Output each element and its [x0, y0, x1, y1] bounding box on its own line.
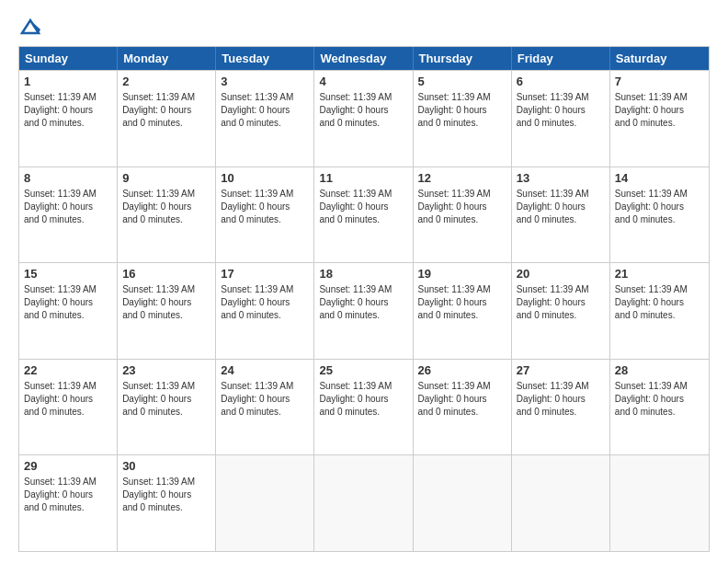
header-monday: Monday — [118, 47, 216, 70]
day-number: 9 — [122, 171, 210, 185]
day-info: Sunset: 11:39 AMDaylight: 0 hoursand 0 m… — [24, 476, 112, 514]
day-number: 23 — [122, 363, 210, 377]
day-number: 7 — [615, 75, 704, 88]
day-info: Sunset: 11:39 AMDaylight: 0 hoursand 0 m… — [122, 380, 210, 419]
table-row: 3Sunset: 11:39 AMDaylight: 0 hoursand 0 … — [216, 71, 314, 167]
day-number: 6 — [517, 75, 605, 88]
day-info: Sunset: 11:39 AMDaylight: 0 hoursand 0 m… — [122, 91, 210, 130]
header — [18, 17, 710, 37]
table-row: 26Sunset: 11:39 AMDaylight: 0 hoursand 0… — [414, 360, 512, 455]
day-number: 14 — [615, 171, 704, 185]
table-row: 2Sunset: 11:39 AMDaylight: 0 hoursand 0 … — [118, 71, 216, 167]
svg-marker-1 — [30, 20, 40, 33]
day-info: Sunset: 11:39 AMDaylight: 0 hoursand 0 m… — [24, 283, 112, 322]
table-row: 27Sunset: 11:39 AMDaylight: 0 hoursand 0… — [512, 360, 610, 455]
calendar-header-row: Sunday Monday Tuesday Wednesday Thursday… — [19, 47, 709, 70]
day-info: Sunset: 11:39 AMDaylight: 0 hoursand 0 m… — [24, 188, 112, 226]
day-info: Sunset: 11:39 AMDaylight: 0 hoursand 0 m… — [24, 91, 112, 130]
table-row: 14Sunset: 11:39 AMDaylight: 0 hoursand 0… — [610, 167, 709, 263]
day-info: Sunset: 11:39 AMDaylight: 0 hoursand 0 m… — [221, 283, 309, 322]
logo — [18, 17, 40, 37]
day-info: Sunset: 11:39 AMDaylight: 0 hoursand 0 m… — [122, 188, 210, 226]
day-number: 10 — [221, 171, 309, 185]
table-row: 16Sunset: 11:39 AMDaylight: 0 hoursand 0… — [118, 263, 216, 359]
table-row — [414, 455, 512, 551]
table-row: 13Sunset: 11:39 AMDaylight: 0 hoursand 0… — [512, 167, 610, 263]
day-number: 1 — [24, 75, 112, 88]
day-number: 24 — [221, 363, 309, 377]
table-row: 4Sunset: 11:39 AMDaylight: 0 hoursand 0 … — [314, 71, 413, 167]
day-info: Sunset: 11:39 AMDaylight: 0 hoursand 0 m… — [517, 283, 605, 322]
calendar: Sunday Monday Tuesday Wednesday Thursday… — [18, 46, 710, 552]
day-number: 22 — [24, 363, 112, 377]
day-info: Sunset: 11:39 AMDaylight: 0 hoursand 0 m… — [418, 283, 506, 322]
table-row: 21Sunset: 11:39 AMDaylight: 0 hoursand 0… — [610, 263, 709, 359]
day-info: Sunset: 11:39 AMDaylight: 0 hoursand 0 m… — [319, 188, 407, 226]
header-tuesday: Tuesday — [216, 47, 314, 70]
day-number: 3 — [221, 75, 309, 88]
day-info: Sunset: 11:39 AMDaylight: 0 hoursand 0 m… — [319, 283, 407, 322]
calendar-week-2: 8Sunset: 11:39 AMDaylight: 0 hoursand 0 … — [19, 167, 709, 263]
table-row: 5Sunset: 11:39 AMDaylight: 0 hoursand 0 … — [414, 71, 512, 167]
day-info: Sunset: 11:39 AMDaylight: 0 hoursand 0 m… — [221, 188, 309, 226]
header-wednesday: Wednesday — [314, 47, 413, 70]
day-info: Sunset: 11:39 AMDaylight: 0 hoursand 0 m… — [24, 380, 112, 419]
day-info: Sunset: 11:39 AMDaylight: 0 hoursand 0 m… — [221, 91, 309, 130]
table-row — [512, 455, 610, 551]
day-number: 13 — [517, 171, 605, 185]
header-friday: Friday — [512, 47, 610, 70]
day-number: 5 — [418, 75, 506, 88]
table-row: 6Sunset: 11:39 AMDaylight: 0 hoursand 0 … — [512, 71, 610, 167]
calendar-week-5: 29Sunset: 11:39 AMDaylight: 0 hoursand 0… — [19, 454, 709, 551]
table-row: 10Sunset: 11:39 AMDaylight: 0 hoursand 0… — [216, 167, 314, 263]
logo-icon — [20, 17, 40, 37]
table-row — [610, 455, 709, 551]
table-row — [216, 455, 314, 551]
table-row: 29Sunset: 11:39 AMDaylight: 0 hoursand 0… — [19, 455, 118, 551]
table-row: 12Sunset: 11:39 AMDaylight: 0 hoursand 0… — [414, 167, 512, 263]
header-sunday: Sunday — [19, 47, 118, 70]
day-info: Sunset: 11:39 AMDaylight: 0 hoursand 0 m… — [517, 91, 605, 130]
calendar-week-3: 15Sunset: 11:39 AMDaylight: 0 hoursand 0… — [19, 262, 709, 359]
calendar-week-4: 22Sunset: 11:39 AMDaylight: 0 hoursand 0… — [19, 359, 709, 455]
table-row: 19Sunset: 11:39 AMDaylight: 0 hoursand 0… — [414, 263, 512, 359]
table-row: 23Sunset: 11:39 AMDaylight: 0 hoursand 0… — [118, 360, 216, 455]
day-number: 12 — [418, 171, 506, 185]
day-info: Sunset: 11:39 AMDaylight: 0 hoursand 0 m… — [615, 91, 704, 130]
day-info: Sunset: 11:39 AMDaylight: 0 hoursand 0 m… — [319, 91, 407, 130]
table-row: 24Sunset: 11:39 AMDaylight: 0 hoursand 0… — [216, 360, 314, 455]
day-number: 8 — [24, 171, 112, 185]
day-number: 15 — [24, 267, 112, 281]
page: Sunday Monday Tuesday Wednesday Thursday… — [0, 0, 728, 563]
day-number: 11 — [319, 171, 407, 185]
table-row: 9Sunset: 11:39 AMDaylight: 0 hoursand 0 … — [118, 167, 216, 263]
table-row: 18Sunset: 11:39 AMDaylight: 0 hoursand 0… — [314, 263, 413, 359]
day-number: 2 — [122, 75, 210, 88]
header-thursday: Thursday — [414, 47, 512, 70]
day-number: 27 — [517, 363, 605, 377]
day-info: Sunset: 11:39 AMDaylight: 0 hoursand 0 m… — [615, 188, 704, 226]
day-info: Sunset: 11:39 AMDaylight: 0 hoursand 0 m… — [418, 188, 506, 226]
table-row: 8Sunset: 11:39 AMDaylight: 0 hoursand 0 … — [19, 167, 118, 263]
day-info: Sunset: 11:39 AMDaylight: 0 hoursand 0 m… — [418, 380, 506, 419]
day-info: Sunset: 11:39 AMDaylight: 0 hoursand 0 m… — [122, 283, 210, 322]
day-number: 28 — [615, 363, 704, 377]
calendar-week-1: 1Sunset: 11:39 AMDaylight: 0 hoursand 0 … — [19, 70, 709, 167]
day-info: Sunset: 11:39 AMDaylight: 0 hoursand 0 m… — [517, 380, 605, 419]
day-number: 17 — [221, 267, 309, 281]
table-row — [314, 455, 413, 551]
day-number: 19 — [418, 267, 506, 281]
day-info: Sunset: 11:39 AMDaylight: 0 hoursand 0 m… — [615, 380, 704, 419]
day-number: 29 — [24, 459, 112, 473]
table-row: 20Sunset: 11:39 AMDaylight: 0 hoursand 0… — [512, 263, 610, 359]
table-row: 11Sunset: 11:39 AMDaylight: 0 hoursand 0… — [314, 167, 413, 263]
table-row: 7Sunset: 11:39 AMDaylight: 0 hoursand 0 … — [610, 71, 709, 167]
calendar-body: 1Sunset: 11:39 AMDaylight: 0 hoursand 0 … — [19, 70, 709, 551]
header-saturday: Saturday — [610, 47, 709, 70]
day-number: 21 — [615, 267, 704, 281]
day-info: Sunset: 11:39 AMDaylight: 0 hoursand 0 m… — [615, 283, 704, 322]
day-number: 20 — [517, 267, 605, 281]
table-row: 15Sunset: 11:39 AMDaylight: 0 hoursand 0… — [19, 263, 118, 359]
day-number: 26 — [418, 363, 506, 377]
table-row: 17Sunset: 11:39 AMDaylight: 0 hoursand 0… — [216, 263, 314, 359]
